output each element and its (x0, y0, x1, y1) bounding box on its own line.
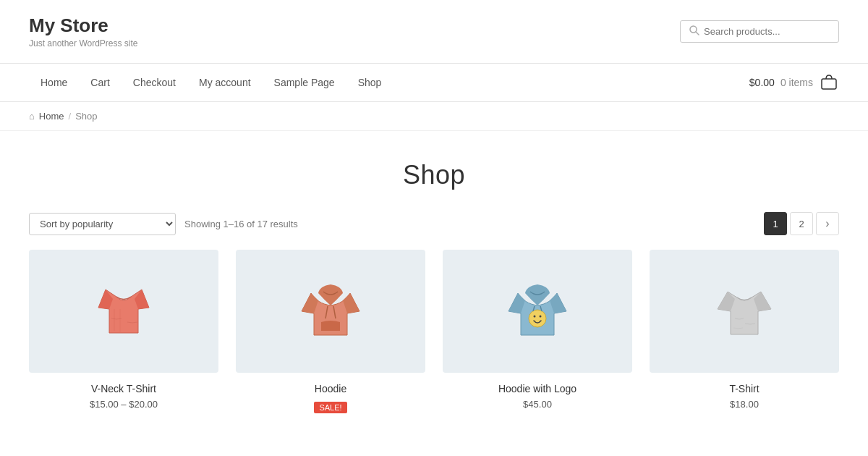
breadcrumb-home-link[interactable]: Home (39, 111, 64, 122)
svg-line-1 (696, 32, 699, 35)
controls-left: Sort by popularity Sort by average ratin… (29, 213, 298, 235)
svg-point-5 (529, 310, 546, 327)
main-nav: Home Cart Checkout My account Sample Pag… (0, 64, 868, 102)
page-next-button[interactable]: › (816, 212, 839, 235)
sale-badge-hoodie: SALE! (314, 402, 346, 413)
site-header: My Store Just another WordPress site (0, 0, 868, 64)
search-icon (689, 25, 699, 38)
pagination: 1 2 › (764, 212, 839, 235)
product-card-vneck[interactable]: V-Neck T-Shirt $15.00 – $20.00 (29, 250, 218, 413)
breadcrumb-separator: / (69, 111, 72, 122)
breadcrumb: ⌂ Home / Shop (0, 102, 868, 131)
product-name-hoodie: Hoodie (236, 383, 425, 394)
product-card-hoodie-logo[interactable]: Hoodie with Logo $45.00 (443, 250, 632, 413)
page-2-button[interactable]: 2 (790, 212, 813, 235)
nav-cart[interactable]: Cart (79, 64, 121, 101)
svg-point-6 (534, 316, 536, 318)
product-grid: V-Neck T-Shirt $15.00 – $20.00 H (0, 250, 868, 442)
home-icon: ⌂ (29, 111, 35, 122)
cart-amount: $0.00 (749, 77, 775, 88)
product-card-tshirt[interactable]: T-Shirt $18.00 (650, 250, 839, 413)
page-title: Shop (14, 160, 854, 190)
nav-checkout[interactable]: Checkout (122, 64, 187, 101)
cart-items-count: 0 items (780, 77, 813, 88)
product-name-tshirt: T-Shirt (650, 383, 839, 394)
brand-subtitle: Just another WordPress site (29, 38, 138, 48)
product-image-tshirt (650, 250, 839, 373)
sort-select[interactable]: Sort by popularity Sort by average ratin… (29, 213, 176, 235)
breadcrumb-current: Shop (75, 111, 97, 122)
product-price-hoodie: SALE! (236, 399, 425, 413)
nav-links: Home Cart Checkout My account Sample Pag… (29, 64, 393, 101)
brand-title[interactable]: My Store (29, 14, 138, 37)
nav-shop[interactable]: Shop (346, 64, 393, 101)
product-card-hoodie[interactable]: Hoodie SALE! (236, 250, 425, 413)
product-name-vneck: V-Neck T-Shirt (29, 383, 218, 394)
cart-area[interactable]: $0.00 0 items (749, 72, 839, 94)
nav-home[interactable]: Home (29, 64, 79, 101)
product-image-hoodie-logo (443, 250, 632, 373)
page-1-button[interactable]: 1 (764, 212, 787, 235)
search-input[interactable] (704, 26, 830, 37)
product-image-vneck (29, 250, 218, 373)
product-price-vneck: $15.00 – $20.00 (29, 399, 218, 410)
nav-my-account[interactable]: My account (187, 64, 263, 101)
product-price-tshirt: $18.00 (650, 399, 839, 410)
svg-rect-2 (822, 79, 836, 89)
product-image-hoodie (236, 250, 425, 373)
product-price-hoodie-logo: $45.00 (443, 399, 632, 410)
cart-icon[interactable] (819, 72, 839, 94)
page-title-section: Shop (0, 131, 868, 212)
shop-controls: Sort by popularity Sort by average ratin… (0, 212, 868, 235)
nav-sample-page[interactable]: Sample Page (263, 64, 346, 101)
search-form[interactable] (680, 20, 839, 43)
brand: My Store Just another WordPress site (29, 14, 138, 48)
svg-point-7 (540, 316, 542, 318)
product-name-hoodie-logo: Hoodie with Logo (443, 383, 632, 394)
results-text: Showing 1–16 of 17 results (184, 219, 298, 229)
